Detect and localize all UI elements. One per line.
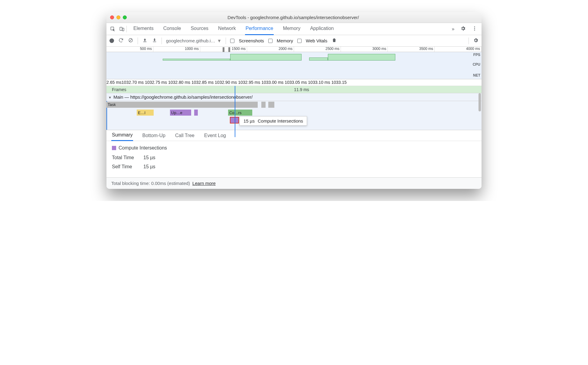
page-selector-label: googlechrome.github.i… [166, 38, 215, 43]
flame-bar-rendering[interactable]: Up…e [170, 110, 191, 116]
footer-bar: Total blocking time: 0.00ms (estimated) … [106, 177, 482, 189]
device-toggle-icon[interactable] [117, 26, 126, 32]
activity-color-swatch [112, 146, 116, 150]
webvitals-checkbox[interactable] [297, 39, 302, 43]
tooltip-time: 15 µs [243, 118, 255, 123]
more-tabs-icon[interactable]: » [449, 26, 457, 32]
record-button[interactable] [109, 38, 114, 43]
flame-tooltip: 15 µs Compute Intersections [240, 116, 307, 126]
tab-sources[interactable]: Sources [190, 23, 209, 35]
tab-performance[interactable]: Performance [245, 23, 274, 35]
svg-point-5 [474, 29, 475, 30]
tick: 3500 ms [388, 47, 435, 52]
summary-title: Compute Intersections [119, 145, 167, 151]
detail-tab-bottom-up[interactable]: Bottom-Up [142, 130, 166, 141]
ruler-tick: 1033.05 ms [285, 79, 307, 86]
flame-bar-rendering[interactable] [194, 110, 198, 116]
zoom-window-button[interactable] [123, 15, 127, 19]
save-profile-button[interactable] [152, 38, 157, 44]
close-window-button[interactable] [110, 15, 114, 19]
svg-point-3 [474, 26, 475, 27]
tooltip-name: Compute Intersections [258, 118, 303, 123]
screenshots-checkbox[interactable] [230, 39, 234, 43]
flame-bar-painting[interactable]: Co…rs [228, 110, 252, 116]
vertical-scrollbar[interactable] [479, 93, 481, 111]
main-thread-label: Main — https://googlechrome.github.io/sa… [113, 94, 253, 100]
detail-tab-call-tree[interactable]: Call Tree [175, 130, 195, 141]
flame-bar-scripting[interactable]: E…l [137, 110, 154, 116]
detail-tab-summary[interactable]: Summary [111, 130, 133, 141]
timeline-overview[interactable]: 500 ms 1000 ms 1500 ms 2000 ms 2500 ms 3… [106, 47, 482, 79]
tab-application[interactable]: Application [309, 23, 334, 35]
load-profile-button[interactable] [142, 38, 148, 44]
ruler-tick: 1033.00 ms [261, 79, 283, 86]
overview-ticks: 500 ms 1000 ms 1500 ms 2000 ms 2500 ms 3… [106, 47, 482, 52]
learn-more-link[interactable]: Learn more [192, 181, 216, 186]
settings-gear-icon[interactable] [460, 26, 466, 32]
ruler-tick: 1032.85 ms [191, 79, 214, 86]
divider [126, 26, 127, 32]
fps-label: FPS [473, 53, 480, 57]
fps-track [106, 52, 482, 61]
frames-row[interactable]: Frames 11.9 ms [106, 86, 482, 93]
memory-label: Memory [277, 38, 293, 43]
hover-marker [235, 86, 235, 137]
divider [226, 38, 226, 44]
flame-bar-selected[interactable] [230, 117, 239, 123]
disclosure-triangle-icon [108, 94, 112, 100]
cpu-label: CPU [473, 62, 480, 67]
divider [162, 38, 162, 44]
flame-chart[interactable]: Task E…l Up…e Co…rs 15 µs Compute Inters… [106, 101, 482, 130]
traffic-lights [110, 15, 127, 19]
flame-bar-task-fragment[interactable] [261, 102, 266, 108]
capture-settings-gear-icon[interactable] [473, 38, 479, 44]
panel-tabbar: Elements Console Sources Network Perform… [106, 23, 482, 35]
summary-panel: Compute Intersections Total Time 15 µs S… [106, 141, 482, 177]
svg-rect-9 [153, 42, 156, 42]
chevron-down-icon: ▼ [217, 38, 222, 43]
panel-tabs: Elements Console Sources Network Perform… [133, 23, 449, 35]
svg-point-4 [474, 28, 475, 29]
garbage-collect-button[interactable] [332, 38, 337, 44]
devtools-window: DevTools - googlechrome.github.io/sample… [106, 12, 482, 189]
overview-handle-left[interactable] [223, 47, 224, 52]
flame-ruler[interactable]: 2.65 ms 1032.70 ms 1032.75 ms 1032.80 ms… [106, 79, 482, 86]
window-titlebar: DevTools - googlechrome.github.io/sample… [106, 12, 482, 23]
divider [469, 38, 469, 44]
main-thread-header[interactable]: Main — https://googlechrome.github.io/sa… [106, 93, 482, 101]
ruler-tick: 1033.10 ms [308, 79, 330, 86]
tab-memory[interactable]: Memory [282, 23, 301, 35]
webvitals-label: Web Vitals [306, 38, 327, 43]
tab-console[interactable]: Console [163, 23, 182, 35]
flame-bar-task-fragment[interactable] [268, 102, 274, 108]
summary-row-key: Self Time [112, 164, 139, 169]
detail-tab-event-log[interactable]: Event Log [204, 130, 227, 141]
ruler-tick: 1032.75 ms [145, 79, 167, 86]
tick: 4000 ms [435, 47, 482, 52]
ruler-tick: 1033.15 [331, 79, 347, 86]
tick: 2000 ms [247, 47, 294, 52]
tick: 3000 ms [341, 47, 388, 52]
divider [138, 38, 138, 44]
svg-line-7 [129, 39, 132, 42]
page-selector[interactable]: googlechrome.github.i… ▼ [166, 38, 221, 43]
detail-tabs: Summary Bottom-Up Call Tree Event Log [106, 130, 482, 141]
inspect-element-icon[interactable] [108, 26, 117, 32]
summary-row-value: 15 µs [143, 155, 155, 160]
flame-chart-area: Main — https://googlechrome.github.io/sa… [106, 93, 482, 130]
screenshots-label: Screenshots [239, 38, 264, 43]
svg-rect-2 [122, 28, 124, 31]
reload-button[interactable] [118, 38, 124, 44]
tick: 500 ms [106, 47, 153, 52]
overview-handle-right[interactable] [228, 47, 230, 52]
kebab-menu-icon[interactable] [472, 26, 477, 32]
minimize-window-button[interactable] [116, 15, 120, 19]
clear-button[interactable] [128, 38, 133, 44]
ruler-tick: 1032.80 ms [168, 79, 190, 86]
tab-network[interactable]: Network [217, 23, 237, 35]
ruler-tick: 1032.90 ms [215, 79, 237, 86]
tab-elements[interactable]: Elements [133, 23, 154, 35]
blocking-time-text: Total blocking time: 0.00ms (estimated) [111, 181, 190, 186]
memory-checkbox[interactable] [268, 39, 273, 43]
frames-value: 11.9 ms [294, 87, 309, 92]
